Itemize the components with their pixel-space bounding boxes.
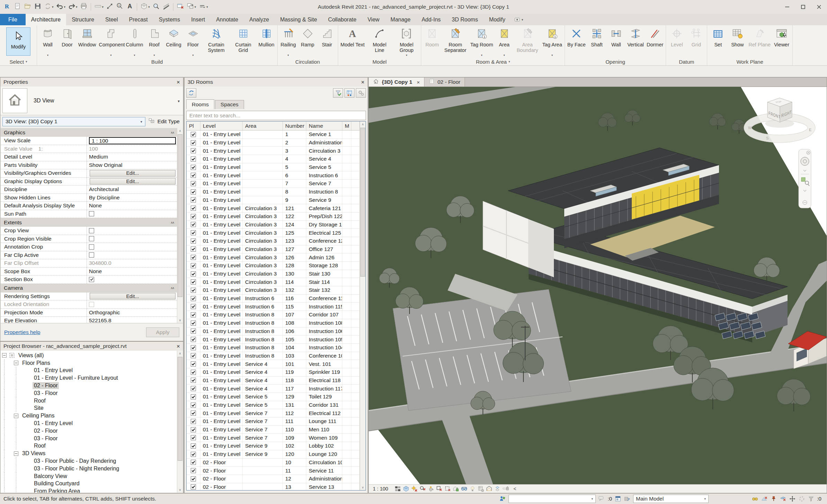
dimension-button[interactable] [105,2,115,12]
room-row-129[interactable]: 01 - Entry LevelService 5129Toilet 129 [187,393,360,401]
view-cube[interactable]: WSEFRONTRIGHTTOP [744,98,815,143]
chat-button[interactable] [598,495,605,502]
room-row-131[interactable]: 01 - Entry LevelService 5131Corridor 131 [187,401,360,410]
column-header-number[interactable]: Number [283,122,306,130]
select-underlay-button[interactable] [761,495,768,502]
temp-hide-isolate-button[interactable] [461,485,468,492]
room-row-103[interactable]: 01 - Entry LevelInstruction 8103Conferen… [187,352,360,360]
tag-button[interactable]: 1 [115,2,125,12]
room-visible-checkbox[interactable] [191,403,196,408]
room-visible-checkbox[interactable] [191,173,196,178]
room-row-130[interactable]: 01 - Entry LevelCirrculation 3130Stair 1… [187,270,360,278]
edit-type-button[interactable]: Edit Type [148,117,181,126]
select-by-face-button[interactable] [780,495,786,502]
tree-item-03-floor-public-day-rendering[interactable]: 03 - Floor Public - Day Rendering [33,458,117,465]
tree-item-site[interactable]: Site [33,405,45,412]
filter-button[interactable] [808,495,815,502]
close-view-icon[interactable]: × [417,79,420,85]
room-visible-checkbox[interactable] [191,484,196,489]
room-row-110[interactable]: 01 - Entry LevelService 7110Men 110 [187,426,360,434]
room-row-128[interactable]: 01 - Entry LevelCirrculation 3128Storage… [187,262,360,270]
tree-item-03-floor-public-night-rendering[interactable]: 03 - Floor Public - Night Rendering [33,465,120,472]
room-visible-checkbox[interactable] [191,386,196,391]
minimize-button[interactable] [779,0,795,14]
scrollbar-thumb[interactable] [360,128,365,277]
room-visible-checkbox[interactable] [191,345,196,350]
print-button[interactable] [79,2,89,12]
properties-close-icon[interactable]: × [177,79,180,85]
ribbon-button-work-plane-show[interactable]: Show [728,26,747,58]
tree-item-01-entry-level[interactable]: 01 - Entry Level [33,367,74,374]
value-text[interactable]: 522165.8 [89,317,111,323]
sun-path-off-button[interactable] [411,485,418,492]
room-row-127[interactable]: 01 - Entry LevelCirrculation 3127Office … [187,245,360,254]
3d-scene[interactable]: WSEFRONTRIGHTTOP [369,87,827,484]
tree-item-from-parking-area[interactable]: From Parking Area [33,488,81,493]
tab-steel[interactable]: Steel [100,14,123,25]
room-visible-checkbox[interactable] [191,476,196,482]
active-design-option-combobox[interactable]: Main Model▾ [633,495,709,503]
ribbon-button-build-column[interactable]: Column▾ [125,26,145,58]
tree-collapse-icon[interactable] [14,361,18,365]
room-visible-checkbox[interactable] [191,427,196,432]
scale-indicator[interactable]: 1 : 100 [373,486,388,492]
text-button[interactable]: A [125,2,135,12]
type-selector-chevron-icon[interactable]: ▾ [178,99,180,104]
tab-systems[interactable]: Systems [153,14,186,25]
temp-view-props-button[interactable] [477,485,484,492]
visual-style-button[interactable] [403,485,410,492]
section-header-extents[interactable]: Extents∧∧ [1,218,177,227]
close-button[interactable] [811,0,827,14]
room-row-124[interactable]: 01 - Entry LevelCirrculation 3124Dry Sto… [187,221,360,229]
room-visible-checkbox[interactable] [191,132,196,137]
tree-item-roof[interactable]: Roof [33,442,47,449]
tab-view[interactable]: View [362,14,385,25]
room-visible-checkbox[interactable] [191,304,196,309]
room-row-122[interactable]: 01 - Entry LevelCirrculation 3122Prep/Di… [187,213,360,221]
project-browser-close-icon[interactable]: × [177,343,180,349]
tab-add-ins[interactable]: Add-Ins [416,14,446,25]
redo-button[interactable]: ▾ [67,2,79,12]
ribbon-button-room-area-tag-room[interactable]: 1Tag Room▾ [469,26,494,58]
crop-region-off-button[interactable] [444,485,451,492]
room-row-105[interactable]: 01 - Entry LevelInstruction 8105Instruct… [187,335,360,344]
room-visible-checkbox[interactable] [191,197,196,202]
file-button[interactable] [13,2,23,12]
room-row-10[interactable]: 02 - Floor10Cirrculation 10 [187,459,360,467]
properties-help-link[interactable]: Properties help [4,329,40,335]
select-links-button[interactable] [752,495,758,502]
room-visible-checkbox[interactable] [191,394,196,399]
ribbon-button-build-component[interactable]: Component▾ [98,26,125,58]
ribbon-button-build-door[interactable]: Door [57,26,77,58]
room-visible-checkbox[interactable] [191,230,196,235]
room-row-107[interactable]: 01 - Entry LevelInstruction 8107Corridor… [187,311,360,319]
ribbon-button-build-mullion[interactable]: Mullion [257,26,276,58]
room-visible-checkbox[interactable] [191,238,196,244]
displacement-button[interactable] [494,485,501,492]
room-row-104[interactable]: 01 - Entry LevelInstruction 8104Instruct… [187,344,360,352]
rendering-dialog-button[interactable] [428,485,434,492]
room-visible-checkbox[interactable] [191,288,196,293]
room-visible-checkbox[interactable] [191,460,196,465]
tree-item-floor-plans[interactable]: Floor Plans [21,360,52,367]
value-text[interactable]: By Discipline [89,195,120,201]
shadows-off-button[interactable] [419,485,426,492]
room-visible-checkbox[interactable] [191,189,196,195]
room-visible-checkbox[interactable] [191,312,196,317]
analytical-model-button[interactable] [486,485,493,492]
scroll-up-icon[interactable]: ∧ [177,128,183,134]
revit-logo-button[interactable]: R [3,2,12,12]
checkbox[interactable] [89,252,94,258]
room-row-115[interactable]: 01 - Entry LevelInstruction 6115Instruct… [187,303,360,311]
crop-view-off-button[interactable] [436,485,443,492]
open-button[interactable] [23,2,33,12]
tab-insert[interactable]: Insert [186,14,210,25]
design-options-button[interactable] [624,495,631,502]
reveal-hidden-button[interactable] [469,485,476,492]
checkbox[interactable] [89,236,94,241]
room-visible-checkbox[interactable] [191,140,196,145]
room-row-11[interactable]: 02 - Floor11Service 11 [187,467,360,475]
tab-file[interactable]: File [0,14,26,25]
room-visible-checkbox[interactable] [191,411,196,416]
room-row-108[interactable]: 01 - Entry LevelInstruction 8108Instruct… [187,319,360,327]
